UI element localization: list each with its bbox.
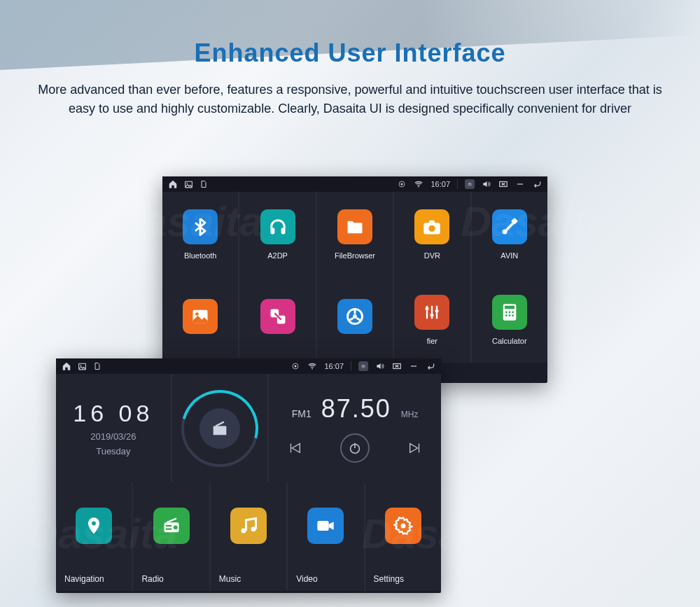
screenshot-icon[interactable] [465, 179, 475, 189]
home-icon[interactable] [62, 361, 71, 371]
app-label: Bluetooth [184, 251, 216, 260]
app-label: A2DP [267, 251, 288, 260]
back-icon[interactable] [426, 361, 435, 371]
app-tile-wheel[interactable] [317, 277, 393, 363]
music-icon [230, 508, 267, 544]
status-time: 16:07 [430, 180, 450, 188]
gps-icon [397, 179, 407, 189]
app-tile-navigation[interactable]: Navigation [56, 482, 132, 591]
app-tile-bluetooth[interactable]: Bluetooth [162, 192, 238, 277]
status-bar: 16:07 [162, 176, 547, 192]
status-time: 16:07 [324, 362, 344, 370]
wheel-icon [337, 299, 372, 334]
status-bar: 16:07 [56, 358, 441, 374]
app-tile-avin[interactable]: AVIN [472, 192, 547, 277]
gallery-status-icon[interactable] [77, 361, 87, 371]
calc-icon [492, 295, 527, 330]
home-icon[interactable] [168, 179, 178, 189]
app-label: Video [296, 574, 317, 584]
gallery-icon [183, 299, 218, 334]
app-tile-calculator[interactable]: Calculator [472, 277, 547, 363]
sliders-icon [414, 295, 449, 330]
app-tile-settings[interactable]: Settings [365, 482, 441, 591]
volume-icon[interactable] [375, 361, 385, 371]
prev-button[interactable] [284, 438, 305, 459]
back-icon[interactable] [532, 179, 542, 189]
app-tile-dvr[interactable]: DVR [394, 192, 470, 277]
folder-icon [337, 209, 372, 244]
clock-day: Tuesday [96, 446, 130, 456]
radio-dial[interactable] [172, 374, 268, 482]
app-label: Music [219, 574, 241, 584]
next-button[interactable] [405, 438, 426, 459]
app-label: DVR [424, 251, 440, 260]
app-tile-gallery[interactable] [162, 277, 238, 363]
app-tile-filebrowser[interactable]: FileBrowser [317, 192, 393, 277]
gps-icon [290, 361, 300, 371]
camera-icon [414, 209, 449, 244]
app-label: Settings [374, 574, 404, 584]
video-icon [307, 508, 344, 544]
app-label: AVIN [500, 251, 518, 260]
resize-icon [260, 299, 295, 334]
device-apps-screen: 16:07 Bluetooth A2DP FileBrowser DVR AVI… [162, 176, 547, 383]
app-tile-radio[interactable]: Radio [133, 482, 209, 591]
volume-icon[interactable] [482, 179, 491, 189]
screenshot-icon[interactable] [358, 361, 368, 371]
file-status-icon[interactable] [199, 179, 209, 189]
bluetooth-icon [183, 209, 218, 244]
page-description: More advanced than ever before, features… [28, 81, 672, 118]
app-label: fier [427, 337, 438, 345]
radio-info: FM1 87.50 MHz [269, 374, 441, 482]
cable-icon [492, 209, 527, 244]
close-screen-icon[interactable] [498, 179, 508, 189]
radio-unit: MHz [401, 410, 419, 419]
app-tile-music[interactable]: Music [211, 482, 286, 591]
gear-icon [385, 508, 421, 544]
app-tile-a2dp[interactable]: A2DP [239, 192, 315, 277]
clock-widget[interactable]: 16 08 2019/03/26 Tuesday [56, 374, 171, 482]
app-label: Radio [141, 574, 163, 584]
clock-time: 16 08 [73, 400, 153, 427]
pin-icon [76, 508, 112, 544]
radio-band: FM1 [292, 408, 312, 419]
page-title: Enhanced User Interface [194, 39, 505, 68]
wifi-icon [307, 361, 317, 371]
close-screen-icon[interactable] [392, 361, 402, 371]
radio-icon [153, 508, 190, 544]
device-home-screen: 16:07 16 08 2019/03/26 Tuesday [56, 358, 441, 593]
file-status-icon[interactable] [92, 361, 102, 371]
wifi-icon [414, 179, 424, 189]
app-tile-fier[interactable]: fier [394, 277, 470, 363]
app-tile-resize[interactable] [239, 277, 315, 363]
radio-icon [200, 408, 240, 449]
power-button[interactable] [340, 433, 370, 463]
radio-frequency: 87.50 [321, 394, 391, 424]
minimize-icon[interactable] [409, 361, 419, 371]
app-label: Calculator [492, 337, 527, 345]
app-label: Navigation [64, 574, 104, 584]
clock-date: 2019/03/26 [90, 431, 136, 442]
gallery-status-icon[interactable] [183, 179, 193, 189]
headphones-icon [260, 209, 295, 244]
minimize-icon[interactable] [515, 179, 525, 189]
app-label: FileBrowser [335, 251, 375, 260]
app-tile-video[interactable]: Video [288, 482, 363, 591]
